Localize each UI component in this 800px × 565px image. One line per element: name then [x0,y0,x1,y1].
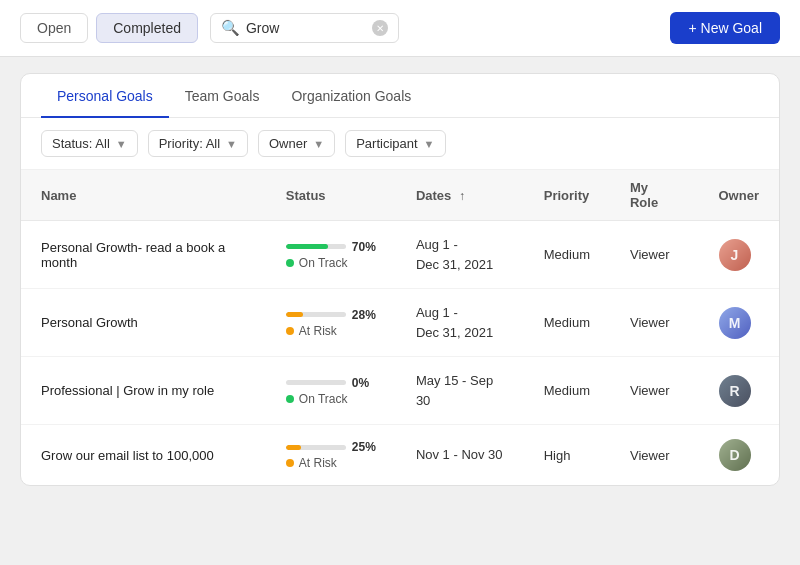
col-name: Name [21,170,266,221]
tab-personal-goals[interactable]: Personal Goals [41,74,169,118]
goal-role: Viewer [630,315,670,330]
goal-dates: Aug 1 -Dec 31, 2021 [416,235,504,274]
goal-priority: Medium [544,315,590,330]
filter-owner[interactable]: Owner ▼ [258,130,335,157]
progress-bar-fill [286,312,303,317]
status-label: On Track [299,392,348,406]
goal-dates-cell: Nov 1 - Nov 30 [396,425,524,486]
goal-priority-cell: Medium [524,289,610,357]
avatar: J [719,239,751,271]
status-dot [286,327,294,335]
goal-dates: May 15 - Sep 30 [416,371,504,410]
avatar-initial: D [719,439,751,471]
progress-bar [286,244,346,249]
avatar: D [719,439,751,471]
goals-table: Name Status Dates ↑ Priority My Role Own… [21,170,779,485]
progress-bar-fill [286,445,301,450]
avatar-initial: M [719,307,751,339]
col-my-role: My Role [610,170,699,221]
progress-bar-fill [286,244,328,249]
filter-status[interactable]: Status: All ▼ [41,130,138,157]
goal-owner-cell: M [699,289,780,357]
goal-role-cell: Viewer [610,221,699,289]
col-status: Status [266,170,396,221]
goal-name: Personal Growth [41,315,138,330]
progress-percent: 25% [352,440,376,454]
completed-tab[interactable]: Completed [96,13,198,43]
col-dates[interactable]: Dates ↑ [396,170,524,221]
search-input[interactable] [246,20,366,36]
goal-role-cell: Viewer [610,289,699,357]
filter-priority-label: Priority: All [159,136,220,151]
table-header-row: Name Status Dates ↑ Priority My Role Own… [21,170,779,221]
goal-owner-cell: J [699,221,780,289]
goal-name-cell[interactable]: Personal Growth- read a book a month [21,221,266,289]
open-tab[interactable]: Open [20,13,88,43]
goal-status-cell: 70% On Track [266,221,396,289]
goal-dates-cell: Aug 1 -Dec 31, 2021 [396,221,524,289]
avatar-initial: J [719,239,751,271]
filter-status-label: Status: All [52,136,110,151]
tab-organization-goals[interactable]: Organization Goals [275,74,427,118]
col-owner: Owner [699,170,780,221]
progress-percent: 70% [352,240,376,254]
goal-priority-cell: Medium [524,357,610,425]
progress-percent: 28% [352,308,376,322]
status-label: On Track [299,256,348,270]
goal-role: Viewer [630,448,670,463]
goal-role: Viewer [630,383,670,398]
goal-dates: Nov 1 - Nov 30 [416,445,504,465]
goal-role: Viewer [630,247,670,262]
tab-team-goals[interactable]: Team Goals [169,74,276,118]
chevron-down-icon: ▼ [116,138,127,150]
avatar: R [719,375,751,407]
goal-priority: Medium [544,247,590,262]
goal-status-cell: 25% At Risk [266,425,396,486]
goal-priority: Medium [544,383,590,398]
goal-dates: Aug 1 -Dec 31, 2021 [416,303,504,342]
goal-priority: High [544,448,571,463]
search-icon: 🔍 [221,19,240,37]
col-priority: Priority [524,170,610,221]
goal-name: Professional | Grow in my role [41,383,214,398]
goal-status-cell: 0% On Track [266,357,396,425]
chevron-down-icon: ▼ [226,138,237,150]
goals-card: Personal Goals Team Goals Organization G… [20,73,780,486]
clear-search-icon[interactable]: ✕ [372,20,388,36]
goal-name-cell[interactable]: Personal Growth [21,289,266,357]
progress-percent: 0% [352,376,369,390]
sort-asc-icon: ↑ [459,189,465,203]
filter-participant[interactable]: Participant ▼ [345,130,445,157]
progress-bar [286,380,346,385]
status-dot [286,395,294,403]
goal-name: Personal Growth- read a book a month [41,240,225,270]
progress-bar [286,312,346,317]
status-dot [286,459,294,467]
goal-name-cell[interactable]: Professional | Grow in my role [21,357,266,425]
goal-owner-cell: D [699,425,780,486]
goal-role-cell: Viewer [610,357,699,425]
table-row: Professional | Grow in my role 0% On Tra… [21,357,779,425]
filter-owner-label: Owner [269,136,307,151]
filter-priority[interactable]: Priority: All ▼ [148,130,248,157]
top-bar: Open Completed 🔍 ✕ + New Goal [0,0,800,57]
filters-row: Status: All ▼ Priority: All ▼ Owner ▼ Pa… [21,118,779,170]
goal-dates-cell: May 15 - Sep 30 [396,357,524,425]
goal-name-cell[interactable]: Grow our email list to 100,000 [21,425,266,486]
status-label: At Risk [299,456,337,470]
goal-name: Grow our email list to 100,000 [41,448,214,463]
avatar: M [719,307,751,339]
goal-role-cell: Viewer [610,425,699,486]
avatar-initial: R [719,375,751,407]
table-row: Grow our email list to 100,000 25% At Ri… [21,425,779,486]
goal-dates-cell: Aug 1 -Dec 31, 2021 [396,289,524,357]
goal-priority-cell: High [524,425,610,486]
chevron-down-icon: ▼ [313,138,324,150]
new-goal-button[interactable]: + New Goal [670,12,780,44]
main-area: Personal Goals Team Goals Organization G… [0,57,800,502]
filter-participant-label: Participant [356,136,417,151]
goal-priority-cell: Medium [524,221,610,289]
table-row: Personal Growth 28% At Risk Aug 1 -Dec 3… [21,289,779,357]
progress-bar [286,445,346,450]
status-dot [286,259,294,267]
